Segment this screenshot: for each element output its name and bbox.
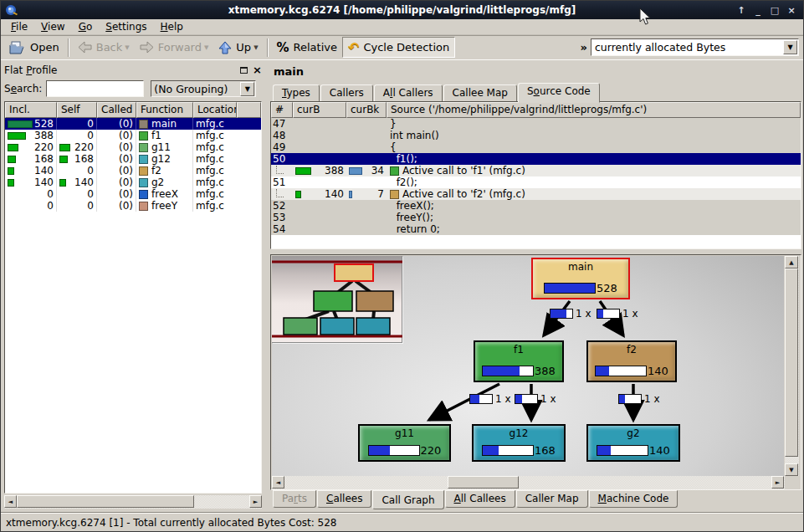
tab-machine-code[interactable]: Machine Code (589, 490, 679, 508)
relative-toggle-button[interactable]: % Relative (272, 37, 342, 58)
flat-profile-row-freeY[interactable]: 00(0)freeYmfg.c (5, 200, 261, 212)
tab-caller-map[interactable]: Caller Map (516, 490, 588, 508)
scrollbar-thumb[interactable] (17, 495, 194, 508)
source-line-48[interactable]: 48int main() (271, 130, 801, 141)
graph-node-g12[interactable]: g12168 (472, 424, 566, 462)
source-column-header[interactable]: curBk (346, 102, 387, 118)
dock-float-icon[interactable] (240, 67, 248, 74)
scroll-right-icon[interactable]: ► (771, 476, 784, 489)
scrollbar-thumb[interactable] (448, 476, 519, 489)
cycle-detection-toggle-button[interactable]: ↶ Cycle Detection (342, 37, 455, 58)
scroll-left-icon[interactable]: ◄ (4, 495, 17, 508)
called-value: (0) (100, 200, 133, 212)
tab-types[interactable]: Types (273, 84, 320, 102)
open-button[interactable]: Open (4, 37, 64, 58)
source-line-49[interactable]: 49{ (271, 141, 801, 153)
source-column-header[interactable]: curB (293, 102, 346, 118)
cell-function: freeX (136, 188, 193, 200)
menu-file[interactable]: File (4, 20, 34, 33)
graph-node-f1[interactable]: f1388 (474, 340, 564, 382)
tab-call-graph[interactable]: Call Graph (372, 490, 443, 509)
tab-source-code[interactable]: Source Code (518, 83, 600, 103)
graph-hscrollbar[interactable]: ◄ ► (272, 476, 785, 489)
tab-callers[interactable]: Callers (320, 84, 373, 102)
node-label: f2 (627, 344, 637, 356)
function-color-icon (139, 202, 148, 211)
flat-profile-row-main[interactable]: 5280(0)mainmfg.c (5, 118, 261, 130)
node-cost-value: 528 (597, 282, 617, 294)
column-header-location[interactable]: Location (193, 102, 237, 118)
flat-profile-row-g2[interactable]: 140140(0)g2mfg.c (5, 176, 261, 188)
flat-profile-row-f1[interactable]: 3880(0)f1mfg.c (5, 130, 261, 141)
source-column-header[interactable]: Source ('/home/philippe/valgrind/littlep… (387, 102, 801, 118)
up-dropdown-caret-icon[interactable]: ▼ (253, 44, 258, 51)
scrollbar-thumb[interactable] (785, 269, 798, 457)
flat-profile-hscrollbar[interactable]: ◄ ► (4, 495, 262, 509)
forward-button[interactable]: Forward ▼ (135, 37, 214, 58)
source-line-53[interactable]: 53 freeY(); (271, 212, 801, 223)
tab-callees[interactable]: Callees (317, 490, 371, 508)
graph-vscrollbar[interactable]: ▲ ▼ (785, 256, 799, 476)
tab-all-callees[interactable]: All Callees (445, 490, 515, 508)
search-input[interactable] (46, 80, 144, 97)
graph-node-main[interactable]: main528 (531, 258, 630, 299)
back-button[interactable]: Back ▼ (73, 37, 135, 58)
flat-profile-row-freeX[interactable]: 00(0)freeXmfg.c (5, 188, 261, 200)
call-graph-canvas[interactable]: main528f1388f2140g11220g12168g21401 x1 x… (272, 256, 784, 476)
column-header-incl[interactable]: Incl. (5, 102, 57, 118)
node-cost-bar (368, 445, 420, 456)
self-value: 0 (59, 200, 94, 212)
source-line-50[interactable]: 50 f1(); (271, 153, 801, 165)
back-dropdown-caret-icon[interactable]: ▼ (125, 44, 129, 51)
flat-profile-row-f2[interactable]: 1400(0)f2mfg.c (5, 165, 261, 176)
source-column-header[interactable]: # (271, 102, 293, 118)
graph-node-g2[interactable]: g2140 (586, 424, 680, 462)
statusbar: xtmemory.kcg.6274 [1] - Total currently … (1, 512, 803, 532)
forward-dropdown-caret-icon[interactable]: ▼ (204, 44, 208, 51)
grouping-selector[interactable]: (No Grouping) ▼ (151, 80, 256, 97)
graph-node-g11[interactable]: g11220 (358, 424, 451, 462)
menu-go[interactable]: Go (72, 20, 100, 33)
source-line-52[interactable]: 52 freeX(); (271, 200, 801, 212)
menu-view[interactable]: View (34, 20, 72, 33)
scroll-left-icon[interactable]: ◄ (272, 476, 284, 489)
graph-node-f2[interactable]: f2140 (586, 340, 677, 382)
tab-all-callers[interactable]: All Callers (374, 84, 443, 102)
menu-settings[interactable]: Settings (99, 20, 153, 33)
tree-branch-icon (276, 189, 284, 197)
toolbar-overflow-chevron[interactable]: » (577, 41, 591, 54)
tab-parts[interactable]: Parts (273, 490, 316, 508)
grouping-combo-arrow-icon[interactable]: ▼ (240, 82, 254, 96)
up-button[interactable]: Up ▼ (213, 37, 263, 58)
event-type-selector[interactable]: currently allocated Bytes ▼ (591, 38, 799, 56)
cell-curb (293, 130, 346, 141)
window-minimize-button[interactable]: _ (751, 3, 765, 17)
column-header-self[interactable]: Self (57, 102, 97, 118)
flat-profile-row-g11[interactable]: 220220(0)g11mfg.c (5, 141, 261, 153)
menu-help[interactable]: Help (154, 20, 190, 33)
tab-callee-map[interactable]: Callee Map (443, 84, 517, 102)
column-header-called[interactable]: Called (97, 102, 136, 118)
event-type-combo-arrow-icon[interactable]: ▼ (783, 40, 797, 54)
graph-overview-minimap[interactable] (272, 256, 402, 343)
window-maximize-button[interactable]: □ (768, 3, 781, 17)
window-shade-button[interactable]: ↑ (735, 3, 748, 17)
location-value: mfg.c (196, 141, 224, 153)
source-line-51[interactable]: 51 f2(); (271, 176, 801, 188)
scroll-right-icon[interactable]: ► (249, 495, 262, 508)
dock-close-icon[interactable]: × (253, 66, 262, 74)
called-value: (0) (100, 118, 133, 130)
window-close-button[interactable]: × (785, 3, 798, 17)
scroll-down-icon[interactable]: ▼ (785, 463, 798, 476)
node-cost-row: 220 (368, 444, 442, 457)
flat-profile-header: Incl.SelfCalledFunctionLocation (5, 102, 261, 118)
source-call-row[interactable]: 1407Active call to 'f2' (mfg.c) (271, 188, 801, 200)
source-line-47[interactable]: 47} (271, 118, 801, 130)
column-header-function[interactable]: Function (136, 102, 193, 118)
self-value: 0 (59, 165, 94, 176)
cell-curbk (346, 118, 387, 130)
source-call-row[interactable]: 38834Active call to 'f1' (mfg.c) (271, 165, 801, 176)
scroll-up-icon[interactable]: ▲ (785, 256, 798, 269)
source-line-54[interactable]: 54 return 0; (271, 223, 801, 235)
flat-profile-row-g12[interactable]: 168168(0)g12mfg.c (5, 153, 261, 165)
